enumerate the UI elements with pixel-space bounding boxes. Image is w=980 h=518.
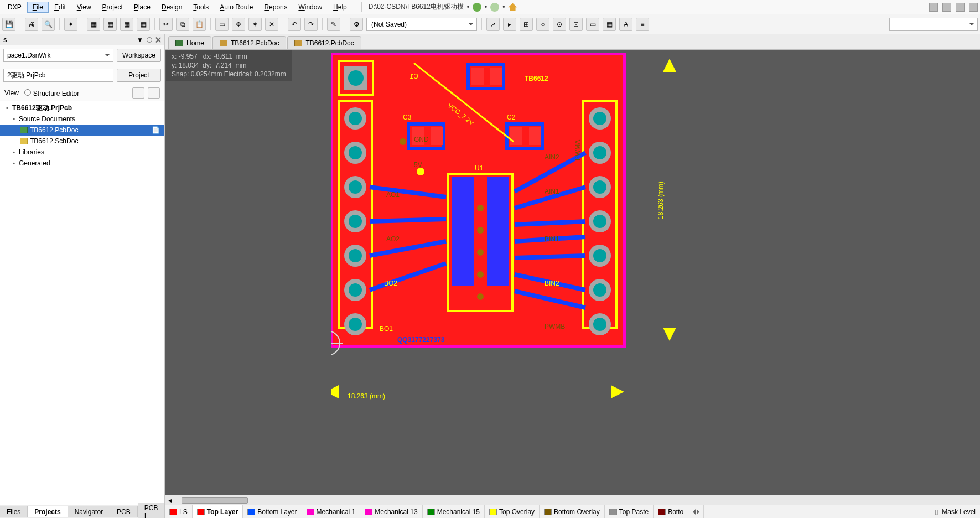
tool-button[interactable]: ▦ [137, 18, 150, 31]
paste-button[interactable]: 📋 [193, 18, 206, 31]
refresh-button[interactable] [132, 87, 144, 99]
layer-swatch [247, 509, 255, 515]
sidebar-tab-pcb i[interactable]: PCB I [138, 503, 165, 519]
tool-button[interactable]: ✕ [265, 18, 278, 31]
pin-icon[interactable] [147, 37, 152, 43]
move-button[interactable]: ✥ [232, 18, 245, 31]
tool-icon[interactable] [969, 3, 978, 12]
layer-tab-mechanical-13[interactable]: Mechanical 13 [360, 505, 422, 519]
layer-tab-mechanical-1[interactable]: Mechanical 1 [302, 505, 361, 519]
tool-button[interactable]: ⊡ [569, 18, 583, 31]
file-view-radio[interactable]: View [4, 89, 19, 97]
menu-help[interactable]: Help [328, 2, 352, 13]
doc-tab-1[interactable]: TB6612.PcbDoc [212, 36, 286, 49]
panel-title-text: s [3, 36, 7, 44]
svg-point-31 [349, 318, 362, 331]
tool-button[interactable]: ▭ [586, 18, 599, 31]
tool-button[interactable]: ⚙ [350, 18, 363, 31]
print-button[interactable]: 🖨 [25, 18, 38, 31]
menu-reports[interactable]: Reports [258, 2, 293, 13]
project-tree: ▪TB6612驱动.PrjPcb ▪Source Documents TB661… [0, 101, 164, 505]
menu-window[interactable]: Window [293, 2, 328, 13]
nav-forward-icon[interactable] [490, 3, 499, 12]
project-button[interactable]: Project [117, 69, 161, 82]
svg-point-41 [477, 293, 484, 300]
text-tool-button[interactable]: A [619, 18, 632, 31]
undo-button[interactable]: ↶ [288, 18, 301, 31]
svg-text:AO1: AO1 [386, 191, 400, 199]
menu-view[interactable]: View [71, 2, 97, 13]
svg-point-13 [349, 215, 362, 228]
nav-home-icon[interactable] [508, 3, 517, 11]
horizontal-scrollbar[interactable]: ◂ [165, 495, 980, 505]
tree-root[interactable]: ▪TB6612驱动.PrjPcb [0, 102, 164, 113]
right-select[interactable] [889, 18, 978, 31]
tree-libraries[interactable]: ▪Libraries [0, 147, 164, 158]
layer-tab-top-overlay[interactable]: Top Overlay [485, 505, 540, 519]
save-button[interactable]: 💾 [2, 18, 15, 31]
sidebar-tab-projects[interactable]: Projects [28, 506, 68, 517]
menu-dxp[interactable]: DXP [2, 2, 27, 13]
layer-tab-top-layer[interactable]: Top Layer [193, 505, 243, 519]
menu-place[interactable]: Place [128, 2, 156, 13]
project-input[interactable]: 2驱动.PrjPcb [3, 69, 113, 82]
menu-edit[interactable]: Edit [49, 2, 71, 13]
tool-button[interactable]: ✦ [64, 18, 77, 31]
svg-text:5V: 5V [414, 161, 422, 169]
sidebar-tab-files[interactable]: Files [0, 506, 28, 517]
cut-button[interactable]: ✂ [159, 18, 173, 31]
menu-design[interactable]: Design [156, 2, 188, 13]
redo-button[interactable]: ↷ [304, 18, 318, 31]
close-icon[interactable] [155, 37, 161, 43]
tool-button[interactable]: ⊙ [553, 18, 566, 31]
menu-file[interactable]: File [27, 2, 49, 13]
sidebar-tab-pcb[interactable]: PCB [110, 506, 138, 517]
structure-editor-radio[interactable]: Structure Editor [24, 89, 79, 97]
pcb-canvas[interactable]: x: -9.957 dx: -8.611 mm y: 18.034 dy: 7.… [165, 50, 980, 495]
tool-button[interactable]: ▦ [120, 18, 133, 31]
svg-point-3 [348, 70, 364, 86]
tool-button[interactable]: ▸ [503, 18, 516, 31]
tree-doc-sch[interactable]: TB6612.SchDoc [0, 136, 164, 147]
menu-tools[interactable]: Tools [188, 2, 214, 13]
document-state-select[interactable]: (Not Saved) [366, 18, 477, 31]
select-button[interactable]: ▭ [215, 18, 229, 31]
layer-tab-mechanical-15[interactable]: Mechanical 15 [423, 505, 485, 519]
sidebar-tab-navigator[interactable]: Navigator [68, 506, 110, 517]
layer-nav[interactable] [688, 505, 704, 519]
tool-button[interactable]: ↗ [486, 18, 500, 31]
nav-back-icon[interactable] [473, 3, 481, 12]
menu-auto-route[interactable]: Auto Route [214, 2, 258, 13]
tool-button[interactable]: ✶ [248, 18, 262, 31]
pcb-view-svg: TB6612 [331, 53, 862, 418]
tool-icon[interactable] [929, 3, 938, 12]
doc-tab-0[interactable]: Home [168, 36, 211, 49]
preview-button[interactable]: 🔍 [42, 18, 55, 31]
copy-button[interactable]: ⧉ [176, 18, 189, 31]
mask-level-label[interactable]: Mask Level [942, 508, 976, 516]
tool-button[interactable]: ✎ [327, 18, 340, 31]
layer-tab-bottom-layer[interactable]: Bottom Layer [243, 505, 302, 519]
layer-tab-top-paste[interactable]: Top Paste [605, 505, 654, 519]
tool-button[interactable]: ○ [536, 18, 549, 31]
tool-button[interactable]: ≡ [636, 18, 649, 31]
menu-project[interactable]: Project [97, 2, 128, 13]
tree-group[interactable]: ▪Source Documents [0, 113, 164, 125]
layer-ls[interactable]: LS [165, 505, 193, 519]
doc-tab-2[interactable]: TB6612.PcbDoc [287, 36, 361, 49]
tool-button[interactable]: ▦ [603, 18, 616, 31]
tool-icon[interactable] [942, 3, 951, 12]
tool-button[interactable]: ⊞ [520, 18, 533, 31]
tree-generated[interactable]: ▪Generated [0, 158, 164, 169]
tool-icon[interactable] [956, 3, 965, 12]
tree-doc-pcb[interactable]: TB6612.PcbDoc📄 [0, 125, 164, 136]
scroll-thumb[interactable] [182, 497, 248, 504]
layer-tab-bottom-overlay[interactable]: Bottom Overlay [540, 505, 605, 519]
tool-button[interactable]: ▦ [103, 18, 117, 31]
workspace-button[interactable]: Workspace [117, 49, 161, 62]
sidebar-bottom-tabs: FilesProjectsNavigatorPCBPCB I [0, 505, 164, 518]
workspace-select[interactable]: pace1.DsnWrk [3, 49, 113, 62]
options-button[interactable] [148, 87, 160, 99]
layer-tab-botto[interactable]: Botto [654, 505, 688, 519]
tool-button[interactable]: ▦ [87, 18, 100, 31]
